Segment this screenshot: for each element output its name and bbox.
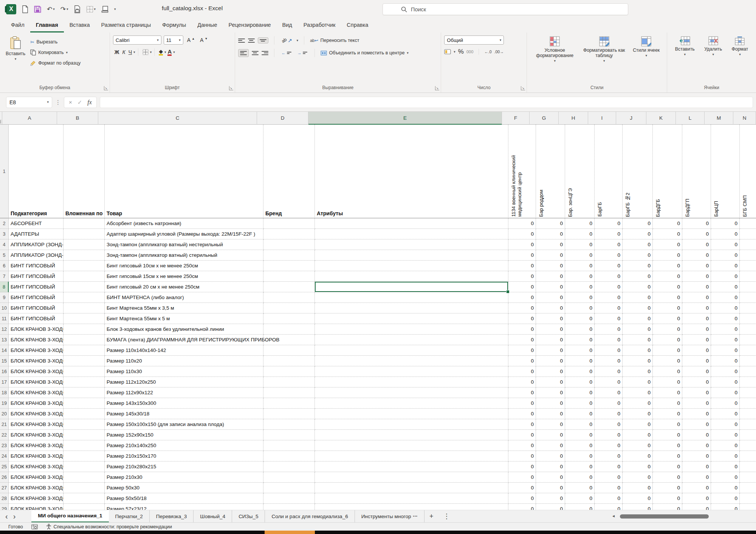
- cell-value-clipped[interactable]: [740, 271, 756, 282]
- cell-value[interactable]: 0: [536, 483, 565, 493]
- font-color-caret-icon[interactable]: ▾: [173, 51, 175, 54]
- cell-value[interactable]: 0: [623, 303, 653, 313]
- cell-value-clipped[interactable]: [740, 324, 756, 335]
- cell-value[interactable]: 0: [711, 377, 740, 387]
- cell-subcategory[interactable]: БИНТ ГИПСОВЫЙ: [9, 282, 64, 292]
- cell-value[interactable]: 0: [623, 461, 653, 472]
- cell-value[interactable]: 0: [653, 451, 682, 461]
- row-number-13[interactable]: 13: [0, 335, 9, 345]
- align-center-icon[interactable]: [252, 51, 259, 55]
- cell-value[interactable]: 0: [565, 303, 595, 313]
- cell-value[interactable]: 0: [565, 493, 595, 504]
- row-number-5[interactable]: 5: [0, 250, 9, 261]
- ribbon-tab-page-layout[interactable]: Разметка страницы: [96, 18, 157, 32]
- select-all-corner[interactable]: [0, 112, 2, 125]
- cell-product[interactable]: Размер 152х90х150: [105, 430, 263, 440]
- borders-caret-icon[interactable]: ▾: [94, 8, 96, 11]
- cell-value[interactable]: 0: [682, 345, 711, 356]
- cell-value[interactable]: 0: [565, 218, 595, 229]
- cell-subcategory[interactable]: АБСОРБЕНТ: [9, 218, 64, 229]
- cell-value[interactable]: 0: [623, 451, 653, 461]
- borders-icon[interactable]: ▾: [86, 6, 96, 13]
- cell-value[interactable]: 0: [653, 493, 682, 504]
- cell-product[interactable]: Адаптер шарнирный угловой (Размеры выход…: [105, 229, 263, 239]
- column-header-E[interactable]: E: [308, 112, 502, 125]
- cell-value[interactable]: 0: [595, 493, 623, 504]
- cell-brand[interactable]: [263, 335, 315, 345]
- cell-value[interactable]: 0: [711, 504, 740, 510]
- sheet-tab-5[interactable]: СИЗы_5: [232, 510, 265, 523]
- increase-indent-icon[interactable]: →: [296, 48, 309, 57]
- cell-value[interactable]: 0: [508, 504, 536, 510]
- cell-value[interactable]: 0: [623, 377, 653, 387]
- sheet-tab-3[interactable]: Перевязка_3: [150, 510, 194, 523]
- cell-brand[interactable]: [263, 377, 315, 387]
- cell-value[interactable]: 0: [595, 398, 623, 409]
- cell-value[interactable]: 0: [565, 430, 595, 440]
- header-cell-D[interactable]: Бренд: [263, 125, 315, 218]
- font-size-select[interactable]: 11 ▾: [164, 35, 183, 45]
- cell-value[interactable]: 0: [653, 366, 682, 377]
- cell-value[interactable]: 0: [536, 271, 565, 282]
- cell-product[interactable]: Размер 145х30/18: [105, 409, 263, 419]
- cell-value[interactable]: 0: [565, 377, 595, 387]
- cell-value[interactable]: 0: [565, 239, 595, 250]
- cell-value[interactable]: 0: [682, 303, 711, 313]
- cell-value-clipped[interactable]: [740, 239, 756, 250]
- merge-center-button[interactable]: Объединить и поместить в центре ▾: [321, 48, 409, 58]
- font-dialog-launcher-icon[interactable]: ↘: [229, 86, 233, 90]
- cell-brand[interactable]: [263, 356, 315, 366]
- cell-nested-subcategory[interactable]: [64, 493, 105, 504]
- cell-value[interactable]: 0: [653, 303, 682, 313]
- cell-value[interactable]: 0: [623, 292, 653, 303]
- cell-value[interactable]: 0: [623, 229, 653, 239]
- cell-value[interactable]: 0: [653, 398, 682, 409]
- cell-value[interactable]: 0: [623, 218, 653, 229]
- row-number-21[interactable]: 21: [0, 419, 9, 430]
- cell-subcategory[interactable]: БЛОК КРАНОВ 3-ХОДОВЫХ: [9, 419, 64, 430]
- cell-value[interactable]: 0: [682, 229, 711, 239]
- cell-value[interactable]: 0: [508, 250, 536, 261]
- cell-value[interactable]: 0: [682, 451, 711, 461]
- cell-value[interactable]: 0: [711, 483, 740, 493]
- row-number-19[interactable]: 19: [0, 398, 9, 409]
- cell-value[interactable]: 0: [623, 419, 653, 430]
- cell-value[interactable]: 0: [536, 313, 565, 324]
- row-number-10[interactable]: 10: [0, 303, 9, 313]
- align-right-icon[interactable]: [262, 51, 268, 55]
- cell-subcategory[interactable]: БЛОК КРАНОВ 3-ХОДОВЫХ: [9, 356, 64, 366]
- column-header-D[interactable]: D: [257, 112, 308, 125]
- cell-value[interactable]: 0: [595, 472, 623, 483]
- cell-nested-subcategory[interactable]: [64, 430, 105, 440]
- cell-value-clipped[interactable]: [740, 292, 756, 303]
- column-header-G[interactable]: G: [530, 112, 559, 125]
- format-as-table-button[interactable]: Форматировать как таблицу ▾: [580, 35, 628, 63]
- cell-brand[interactable]: [263, 451, 315, 461]
- cell-value[interactable]: 0: [682, 440, 711, 451]
- cell-attributes[interactable]: [315, 451, 508, 461]
- header-cell-rotated-L[interactable]: БарДГП: [682, 125, 711, 218]
- row-number-18[interactable]: 18: [0, 387, 9, 398]
- comma-style-button[interactable]: 000: [466, 49, 473, 54]
- accounting-caret-icon[interactable]: ▾: [454, 50, 455, 54]
- grow-font-button[interactable]: А▲: [186, 35, 196, 45]
- cell-value[interactable]: 0: [508, 218, 536, 229]
- cell-value[interactable]: 0: [595, 483, 623, 493]
- merge-center-caret-icon[interactable]: ▾: [407, 51, 409, 55]
- cell-value[interactable]: 0: [711, 472, 740, 483]
- cell-subcategory[interactable]: БИНТ ГИПСОВЫЙ: [9, 303, 64, 313]
- cell-brand[interactable]: [263, 218, 315, 229]
- cell-value[interactable]: 0: [653, 387, 682, 398]
- cell-nested-subcategory[interactable]: [64, 504, 105, 510]
- borders-caret2-icon[interactable]: ▾: [150, 51, 152, 54]
- fill-color-button[interactable]: ◆: [157, 48, 164, 57]
- cell-attributes[interactable]: [315, 239, 508, 250]
- cell-value-clipped[interactable]: [740, 335, 756, 345]
- cell-value-clipped[interactable]: [740, 451, 756, 461]
- header-cell-rotated-N[interactable]: БГБ СМП: [740, 125, 756, 218]
- cell-value[interactable]: 0: [595, 451, 623, 461]
- cell-attributes[interactable]: [315, 250, 508, 261]
- cell-product[interactable]: Бинт Мартенса 55мм х 5 м: [105, 313, 263, 324]
- cell-value[interactable]: 0: [711, 239, 740, 250]
- print-preview-icon[interactable]: [74, 5, 81, 13]
